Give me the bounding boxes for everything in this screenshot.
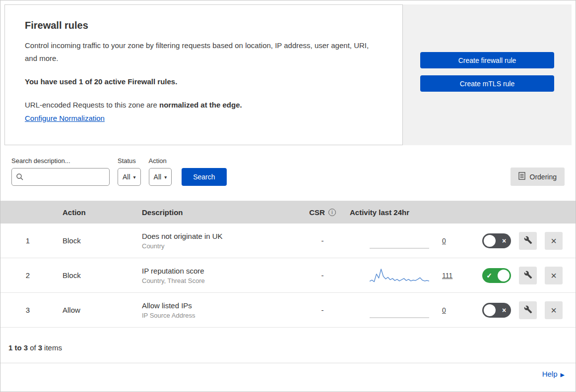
wrench-icon	[524, 305, 532, 315]
help-link[interactable]: Help▶	[542, 370, 565, 378]
rule-activity-cell: 0	[350, 301, 481, 319]
ordering-button[interactable]: Ordering	[511, 168, 565, 186]
create-firewall-rule-button[interactable]: Create firewall rule	[420, 52, 554, 68]
create-rule-panel: Create firewall rule Create mTLS rule	[403, 4, 572, 145]
info-icon[interactable]: i	[328, 209, 336, 216]
rule-enabled-toggle[interactable]: ✓	[482, 268, 511, 283]
rule-priority: 2	[26, 271, 30, 280]
action-dropdown[interactable]: All ▾	[149, 168, 172, 186]
delete-rule-button[interactable]: ×	[545, 232, 563, 250]
filter-bar: Search description... Status All ▾ Actio…	[0, 145, 576, 201]
close-icon: ×	[551, 305, 557, 315]
search-group: Search description...	[11, 157, 110, 186]
toggle-knob	[498, 270, 510, 281]
rule-csr: -	[321, 236, 324, 245]
delete-rule-button[interactable]: ×	[545, 301, 563, 319]
delete-rule-button[interactable]: ×	[545, 267, 563, 284]
wrench-icon	[524, 271, 532, 280]
rule-action: Block	[55, 236, 142, 245]
toggle-knob	[484, 304, 496, 316]
header-activity: Activity last 24hr	[350, 208, 481, 217]
table-row: 3 Allow Allow listed IPs IP Source Addre…	[0, 293, 576, 328]
chevron-down-icon: ▾	[164, 174, 167, 180]
rule-controls: × ×	[481, 301, 576, 319]
rule-csr: -	[321, 306, 324, 314]
toggle-knob	[484, 235, 496, 247]
check-icon: ✓	[484, 272, 495, 280]
rule-fields: IP Source Address	[142, 312, 295, 319]
rule-priority: 1	[26, 236, 30, 245]
top-section: Firewall rules Control incoming traffic …	[4, 4, 572, 145]
rule-activity-cell: 0	[350, 232, 481, 250]
status-label: Status	[118, 157, 141, 165]
status-dropdown[interactable]: All ▾	[118, 168, 141, 186]
edit-rule-button[interactable]	[519, 267, 537, 284]
firewall-info-card: Firewall rules Control incoming traffic …	[4, 4, 403, 145]
search-box	[11, 168, 110, 186]
chevron-down-icon: ▾	[133, 174, 136, 180]
header-csr: CSR i	[309, 208, 336, 217]
rule-description: IP reputation score	[142, 267, 295, 275]
firewall-rules-page: Firewall rules Control incoming traffic …	[0, 0, 576, 392]
create-mtls-rule-button[interactable]: Create mTLS rule	[420, 75, 554, 92]
edit-rule-button[interactable]	[519, 232, 537, 250]
activity-count-link[interactable]: 0	[442, 237, 446, 245]
search-input[interactable]	[11, 168, 110, 186]
page-description: Control incoming traffic to your zone by…	[25, 39, 377, 65]
rule-description: Does not originate in UK	[142, 232, 295, 240]
activity-sparkline	[370, 232, 429, 250]
search-button[interactable]: Search	[182, 168, 226, 186]
rule-controls: ✓ ×	[481, 267, 576, 284]
rule-controls: × ×	[481, 232, 576, 250]
action-filter-group: Action All ▾	[149, 157, 172, 186]
rule-fields: Country, Threat Score	[142, 277, 295, 284]
activity-count-link[interactable]: 111	[442, 272, 452, 280]
rule-action: Allow	[55, 306, 142, 314]
arrow-right-icon: ▶	[561, 372, 565, 378]
usage-notice: You have used 1 of 20 active Firewall ru…	[25, 77, 383, 86]
rule-priority: 3	[26, 306, 30, 314]
header-action: Action	[55, 208, 142, 217]
help-bar: Help▶	[0, 363, 576, 385]
action-label: Action	[149, 157, 172, 165]
search-label: Search description...	[11, 157, 110, 165]
rule-description: Allow listed IPs	[142, 301, 295, 310]
normalization-notice: URL-encoded Requests to this zone are no…	[25, 101, 383, 109]
search-icon	[16, 173, 24, 183]
rule-fields: Country	[142, 242, 295, 250]
activity-sparkline	[370, 301, 429, 319]
close-icon: ×	[551, 236, 557, 246]
status-filter-group: Status All ▾	[118, 157, 141, 186]
rule-csr: -	[321, 271, 324, 280]
activity-count-link[interactable]: 0	[442, 306, 446, 314]
rule-description-cell: Allow listed IPs IP Source Address	[142, 301, 295, 319]
edit-rule-button[interactable]	[519, 301, 537, 319]
table-row: 2 Block IP reputation score Country, Thr…	[0, 258, 576, 293]
page-title: Firewall rules	[25, 20, 383, 31]
rules-table: Action Description CSR i Activity last 2…	[0, 201, 576, 328]
table-header-row: Action Description CSR i Activity last 2…	[0, 201, 576, 224]
table-row: 1 Block Does not originate in UK Country…	[0, 224, 576, 258]
rule-description-cell: Does not originate in UK Country	[142, 232, 295, 250]
ordering-icon	[518, 172, 525, 181]
rule-enabled-toggle[interactable]: ×	[482, 233, 511, 248]
rule-enabled-toggle[interactable]: ×	[482, 303, 511, 318]
close-icon: ×	[551, 271, 557, 280]
wrench-icon	[524, 236, 532, 246]
configure-normalization-link[interactable]: Configure Normalization	[25, 114, 105, 122]
x-icon: ×	[499, 237, 510, 245]
activity-sparkline	[370, 267, 429, 284]
header-description: Description	[142, 208, 295, 217]
x-icon: ×	[499, 306, 510, 314]
items-count: 1 to 3of3items	[0, 328, 576, 363]
rule-action: Block	[55, 271, 142, 280]
rule-activity-cell: 111	[350, 267, 481, 284]
rule-description-cell: IP reputation score Country, Threat Scor…	[142, 267, 295, 284]
